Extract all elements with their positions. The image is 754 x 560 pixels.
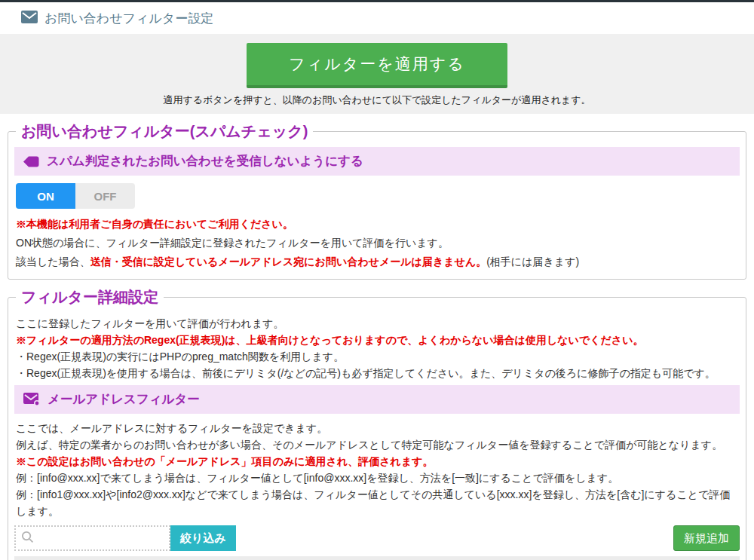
- toggle-off-button[interactable]: OFF: [75, 183, 135, 209]
- spam-filter-subheader: スパム判定されたお問い合わせを受信しないようにする: [14, 147, 740, 176]
- spam-result-prefix: 該当した場合、: [16, 256, 90, 268]
- spam-result-warning: 送信・受信に設定しているメールアドレス宛にお問い合わせメールは届きません。: [90, 256, 487, 268]
- filter-detail-section: フィルター詳細設定 ここに登録したフィルターを用いて評価が行われます。 ※フィル…: [8, 287, 746, 560]
- mail-settings-icon: [23, 393, 40, 406]
- narrow-down-button[interactable]: 絞り込み: [170, 525, 236, 551]
- filter-list: 一致 TEST ×: [14, 556, 740, 560]
- page-title: お問い合わせフィルター設定: [44, 10, 213, 27]
- spam-result-suffix: (相手には届きます): [486, 256, 579, 268]
- detail-regex-bullet-2: ・Regex(正規表現)を使用する場合は、前後にデリミタ(/などの記号)も必ず指…: [16, 365, 738, 381]
- spam-filter-toggle: ON OFF: [16, 183, 135, 209]
- filter-search-box[interactable]: [14, 525, 170, 551]
- spam-description: ※本機能は利用者ご自身の責任においてご利用ください。 ON状態の場合に、フィルタ…: [16, 215, 738, 271]
- search-input[interactable]: [38, 531, 162, 545]
- email-filter-subheader: メールアドレスフィルター: [14, 385, 740, 414]
- filter-toolbar: 絞り込み 新規追加: [14, 525, 740, 551]
- apply-section: フィルターを適用する 適用するボタンを押すと、以降のお問い合わせにて以下で設定し…: [0, 34, 754, 114]
- page-header: お問い合わせフィルター設定: [0, 2, 754, 34]
- add-new-button[interactable]: 新規追加: [673, 525, 740, 551]
- spam-warning-line: ※本機能は利用者ご自身の責任においてご利用ください。: [16, 215, 738, 234]
- apply-caption: 適用するボタンを押すと、以降のお問い合わせにて以下で設定したフィルターが適用され…: [0, 93, 754, 107]
- email-filter-line-1: ここでは、メールアドレスに対するフィルターを設定できます。: [16, 420, 738, 436]
- detail-description: ここに登録したフィルターを用いて評価が行われます。 ※フィルターの適用方法のRe…: [16, 315, 738, 381]
- detail-section-legend: フィルター詳細設定: [16, 287, 164, 308]
- email-filter-example-1: 例：[info@xxx.xx]で来てしまう場合は、フィルター値として[info@…: [16, 470, 738, 486]
- detail-intro-line: ここに登録したフィルターを用いて評価が行われます。: [16, 315, 738, 332]
- email-filter-line-2: 例えば、特定の業者からのお問い合わせが多い場合、そのメールアドレスとして特定可能…: [16, 436, 738, 453]
- detail-regex-bullet-1: ・Regex(正規表現)の実行にはPHPのpreg_match関数を利用します。: [16, 348, 738, 365]
- spam-result-line: 該当した場合、送信・受信に設定しているメールアドレス宛にお問い合わせメールは届き…: [16, 252, 738, 271]
- email-filter-example-2: 例：[info1@xxx.xx]や[info2@xxx.xx]などで来てしまう場…: [16, 486, 738, 519]
- tag-icon: [23, 156, 39, 167]
- email-filter-warning: ※この設定はお問い合わせの「メールアドレス」項目のみに適用され、評価されます。: [16, 453, 738, 470]
- search-icon: [21, 531, 34, 546]
- toggle-on-button[interactable]: ON: [16, 183, 75, 209]
- mail-icon: [21, 11, 38, 26]
- spam-check-section: お問い合わせフィルター(スパムチェック) スパム判定されたお問い合わせを受信しな…: [8, 121, 746, 280]
- spam-section-legend: お問い合わせフィルター(スパムチェック): [16, 121, 313, 142]
- detail-regex-warning: ※フィルターの適用方法のRegex(正規表現)は、上級者向けとなっておりますので…: [16, 332, 738, 348]
- spam-info-line: ON状態の場合に、フィルター詳細設定に登録されたフィルターを用いて評価を行います…: [16, 234, 738, 252]
- spam-filter-subheader-label: スパム判定されたお問い合わせを受信しないようにする: [47, 153, 363, 170]
- email-filter-description: ここでは、メールアドレスに対するフィルターを設定できます。 例えば、特定の業者か…: [16, 420, 738, 519]
- apply-filter-button[interactable]: フィルターを適用する: [247, 43, 507, 88]
- email-filter-subheader-label: メールアドレスフィルター: [48, 391, 200, 408]
